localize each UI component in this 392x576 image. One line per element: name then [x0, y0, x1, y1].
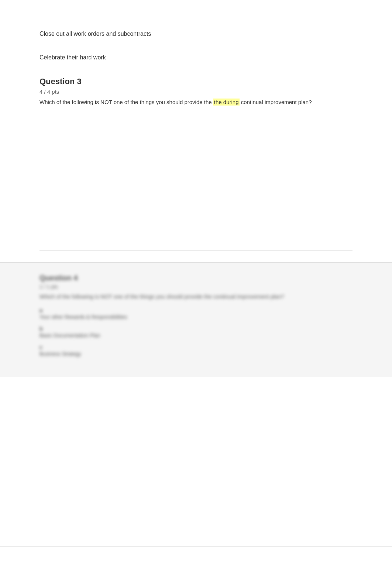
blurred-option-c-text: Business Strategy — [39, 351, 81, 357]
blurred-option-b-label: b — [39, 326, 43, 332]
list-item-1-text: Close out all work orders and subcontrac… — [39, 31, 151, 37]
blurred-pts: 1 / 1 pts — [39, 284, 353, 290]
page-container: Close out all work orders and subcontrac… — [0, 0, 392, 576]
question-3-section: Question 3 4 / 4 pts Which of the follow… — [39, 77, 353, 107]
question-3-text-before: Which of the following is NOT one of the… — [39, 99, 212, 105]
list-item-1: Close out all work orders and subcontrac… — [39, 30, 353, 38]
section-divider — [39, 251, 353, 251]
blurred-option-b-text: Basic Documentation Plan — [39, 332, 100, 338]
blurred-option-a-label: a — [39, 307, 42, 313]
content-spacer — [39, 107, 353, 236]
question-3-text: Which of the following is NOT one of the… — [39, 98, 327, 107]
question-3-title: Question 3 — [39, 77, 353, 86]
question-3-text-after-2: continual improvement plan? — [241, 99, 312, 105]
blurred-option-a: a Your other Rewards & Responsibilities — [39, 307, 353, 320]
blurred-option-c-label: c — [39, 344, 42, 350]
question-3-pts: 4 / 4 pts — [39, 89, 353, 95]
blurred-question-text: Which of the following is NOT one of the… — [39, 293, 327, 301]
list-item-2: Celebrate their hard work — [39, 53, 353, 62]
blurred-content: Question 4 1 / 1 pts Which of the follow… — [39, 274, 353, 357]
blurred-question-label: Question 4 — [39, 274, 353, 282]
highlighted-the-during: the during — [213, 99, 240, 106]
list-item-2-text: Celebrate their hard work — [39, 54, 106, 61]
top-section: Close out all work orders and subcontrac… — [0, 0, 392, 251]
blurred-option-c: c Business Strategy — [39, 344, 353, 357]
blurred-option-a-text: Your other Rewards & Responsibilities — [39, 314, 127, 320]
blurred-section: Question 4 1 / 1 pts Which of the follow… — [0, 262, 392, 377]
blurred-option-b: b Basic Documentation Plan — [39, 325, 353, 339]
bottom-bar — [0, 546, 392, 576]
